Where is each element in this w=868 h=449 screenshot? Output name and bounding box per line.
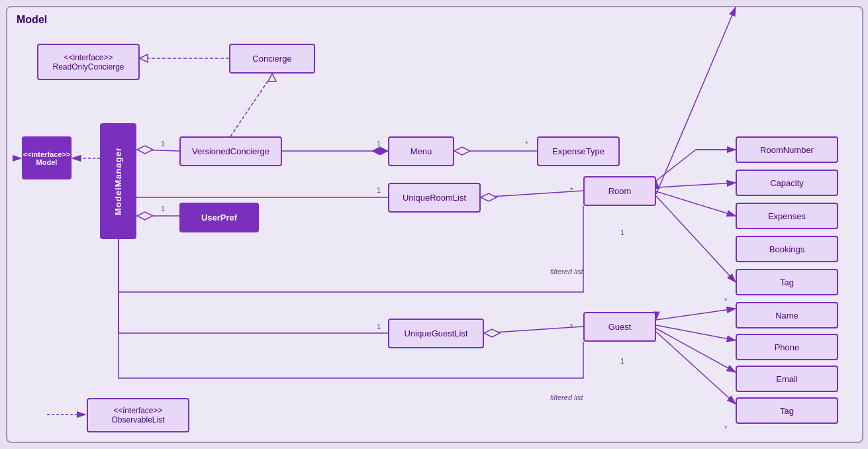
guest-box: Guest xyxy=(583,312,656,342)
filtered-list-guest: filtered list xyxy=(550,393,583,401)
tag-room-box: Tag xyxy=(736,269,838,295)
svg-line-13 xyxy=(137,150,179,151)
unique-room-list-box: UniqueRoomList xyxy=(388,183,481,213)
phone-box: Phone xyxy=(736,334,838,360)
svg-line-33 xyxy=(656,325,736,340)
filtered-list-room: filtered list xyxy=(550,268,583,275)
versioned-concierge-box: VersionedConcierge xyxy=(179,136,282,166)
model-manager-box: ModelManager xyxy=(100,123,136,239)
mult-1-guest-below: 1 xyxy=(620,357,624,365)
diagram-container: Model xyxy=(6,6,863,443)
room-box: Room xyxy=(583,176,656,206)
mult-1-room-below: 1 xyxy=(620,228,624,236)
mult-star-room: * xyxy=(570,186,573,194)
svg-line-21 xyxy=(481,191,583,197)
svg-line-26 xyxy=(656,191,736,216)
capacity-box: Capacity xyxy=(736,170,838,196)
diagram-title: Model xyxy=(17,14,47,26)
svg-marker-16 xyxy=(137,212,153,220)
svg-marker-14 xyxy=(137,146,153,154)
svg-line-28 xyxy=(656,196,736,282)
mult-1-menu: 1 xyxy=(377,140,381,148)
bookings-box: Bookings xyxy=(736,236,838,262)
tag-guest-box: Tag xyxy=(736,397,838,424)
readonly-concierge-box: <<interface>>ReadOnlyConcierge xyxy=(37,44,140,80)
mult-star-et: * xyxy=(525,140,528,148)
expenses-box: Expenses xyxy=(736,203,838,229)
mult-1-up: 1 xyxy=(161,205,165,213)
mult-1-url: 1 xyxy=(377,186,381,194)
mult-star-guest-attrs: * xyxy=(724,424,727,432)
svg-line-25 xyxy=(656,183,736,187)
menu-box: Menu xyxy=(388,136,454,166)
svg-line-34 xyxy=(656,328,736,372)
svg-marker-20 xyxy=(454,147,470,155)
mult-1-ugl: 1 xyxy=(377,323,381,330)
mult-1-vc: 1 xyxy=(161,140,165,148)
mult-star-room-attrs: * xyxy=(724,297,727,305)
observable-list-box: <<interface>>ObservableList xyxy=(87,398,189,432)
svg-marker-9 xyxy=(140,54,148,62)
unique-guest-list-box: UniqueGuestList xyxy=(388,319,484,348)
interface-model-box: <<interface>>Model xyxy=(22,136,72,179)
svg-marker-22 xyxy=(481,193,497,201)
svg-line-29 xyxy=(484,326,583,333)
user-pref-box: UserPref xyxy=(179,203,259,232)
svg-marker-11 xyxy=(268,74,276,81)
svg-marker-18 xyxy=(372,147,388,155)
svg-marker-30 xyxy=(484,329,500,337)
email-box: Email xyxy=(736,366,838,392)
svg-line-10 xyxy=(230,75,272,136)
concierge-box: Concierge xyxy=(229,44,315,74)
mult-star-guest: * xyxy=(570,323,573,330)
svg-line-27 xyxy=(656,7,736,194)
svg-line-31 xyxy=(656,309,736,320)
room-number-box: RoomNumber xyxy=(736,136,838,163)
name-box: Name xyxy=(736,302,838,328)
svg-line-35 xyxy=(656,332,736,404)
expense-type-box: ExpenseType xyxy=(537,136,620,166)
